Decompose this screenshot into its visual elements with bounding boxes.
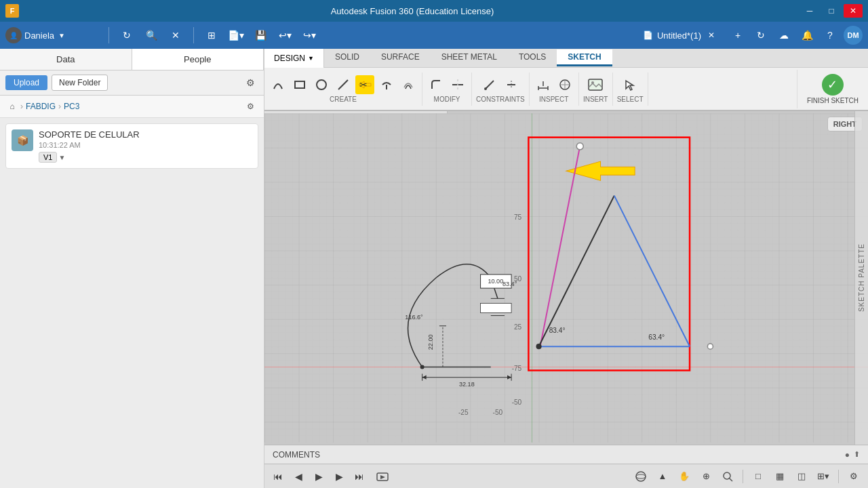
version-badge[interactable]: V1: [39, 152, 57, 163]
more-display-icon[interactable]: ⊞▾: [814, 468, 832, 485]
svg-point-62: [536, 344, 542, 349]
constraints-group: CONSTRAINTS: [472, 73, 530, 106]
display-mode-icon[interactable]: □: [749, 468, 767, 485]
camera-icon[interactable]: [374, 468, 391, 485]
svg-rect-23: [264, 113, 868, 442]
hand-tool-icon[interactable]: ✋: [675, 468, 693, 485]
panel-icon[interactable]: ◫: [793, 468, 810, 485]
inspect-label: INSPECT: [539, 96, 568, 103]
file-icon[interactable]: 📄▾: [226, 26, 245, 45]
constraint2-icon[interactable]: [502, 75, 521, 94]
zoom-icon[interactable]: ⊕: [697, 468, 715, 485]
svg-text:32.18: 32.18: [459, 381, 475, 388]
breadcrumb-sep-2: ›: [58, 102, 61, 111]
close-button[interactable]: ✕: [844, 4, 863, 18]
constraint1-icon[interactable]: [480, 75, 499, 94]
settings-icon[interactable]: ⚙: [845, 468, 863, 485]
undo-button[interactable]: ↩▾: [275, 26, 294, 45]
comments-dot-icon[interactable]: ●: [845, 450, 850, 460]
minimize-button[interactable]: ─: [800, 4, 819, 18]
refresh-button[interactable]: ↻: [117, 26, 136, 45]
svg-point-58: [576, 143, 583, 150]
tab-tools[interactable]: TOOLS: [508, 49, 557, 66]
zoom-fit-icon[interactable]: [719, 468, 736, 485]
redo-button[interactable]: ↪▾: [300, 26, 319, 45]
constraints-label: CONSTRAINTS: [476, 96, 525, 103]
cloud-button[interactable]: ☁: [774, 26, 793, 45]
next-button[interactable]: ▶: [331, 468, 347, 485]
select-tool-icon[interactable]: [620, 75, 639, 94]
finish-sketch-button[interactable]: ✓ FINISH SKETCH: [797, 70, 868, 108]
tab-surface[interactable]: SURFACE: [370, 49, 431, 66]
svg-point-9: [484, 87, 487, 90]
settings-icon[interactable]: ⚙: [242, 75, 258, 91]
file-info: SOPORTE DE CELULAR 10:31:22 AM V1 ▼: [39, 129, 252, 163]
new-folder-button[interactable]: New Folder: [52, 75, 108, 91]
svg-text:63.4°: 63.4°: [648, 333, 665, 341]
extend-tool-icon[interactable]: [377, 75, 396, 94]
svg-point-65: [707, 344, 713, 349]
help-button[interactable]: ?: [821, 26, 840, 45]
circle-inspect-icon[interactable]: [555, 75, 574, 94]
cloud-refresh-button[interactable]: ↻: [751, 26, 770, 45]
right-panel: DESIGN ▼ SOLID SURFACE SHEET METAL TOOLS…: [264, 49, 868, 488]
tab-sheet-metal[interactable]: SHEET METAL: [431, 49, 508, 66]
tab-people[interactable]: People: [132, 49, 264, 70]
user-name: Daniela: [24, 30, 54, 41]
svg-point-68: [636, 472, 646, 481]
app-icon: F: [5, 4, 19, 18]
dimension-icon[interactable]: [534, 75, 553, 94]
pan-icon[interactable]: ▲: [654, 468, 671, 485]
grid-view-button[interactable]: ⊞: [202, 26, 221, 45]
prev-button[interactable]: ◀: [290, 468, 307, 485]
trim-tool-icon[interactable]: ✂: [355, 75, 374, 94]
select-icons: [620, 75, 639, 94]
orbit-icon[interactable]: [632, 468, 650, 485]
insert-image-icon[interactable]: [586, 75, 605, 94]
line-tool-icon[interactable]: [334, 75, 353, 94]
file-item[interactable]: 📦 SOPORTE DE CELULAR 10:31:22 AM V1 ▼: [5, 123, 258, 169]
skip-end-button[interactable]: ⏭: [351, 468, 368, 485]
tab-sketch[interactable]: SKETCH: [557, 49, 612, 66]
offset-tool-icon[interactable]: [399, 75, 418, 94]
play-button[interactable]: ▶: [311, 468, 327, 485]
add-doc-button[interactable]: +: [728, 26, 747, 45]
create-icons: ✂: [269, 75, 418, 94]
close-panel-button[interactable]: ✕: [166, 26, 185, 45]
skip-start-button[interactable]: ⏮: [270, 468, 286, 485]
upload-button[interactable]: Upload: [5, 75, 47, 90]
grid-display-icon[interactable]: ▦: [771, 468, 789, 485]
svg-text:✂: ✂: [359, 79, 368, 90]
modify-trim-icon[interactable]: [448, 75, 467, 94]
comments-expand-icon[interactable]: ⬆: [854, 450, 860, 459]
maximize-button[interactable]: □: [822, 4, 841, 18]
doc-close-button[interactable]: ✕: [705, 29, 717, 41]
breadcrumb-sep-1: ›: [20, 102, 23, 111]
user-avatar: 👤: [5, 27, 22, 43]
rect-tool-icon[interactable]: [290, 75, 309, 94]
svg-point-69: [636, 474, 646, 479]
arc-tool-icon[interactable]: [269, 75, 288, 94]
insert-group: INSERT: [579, 73, 613, 106]
save-button[interactable]: 💾: [251, 26, 270, 45]
tab-data[interactable]: Data: [0, 49, 132, 70]
svg-text:75: 75: [514, 214, 522, 221]
bottom-toolbar: ⏮ ◀ ▶ ▶ ⏭ ▲ ✋ ⊕ □ ▦ ◫ ⊞▾ ⚙: [264, 464, 868, 488]
tab-solid[interactable]: SOLID: [324, 49, 370, 66]
breadcrumb-pc3[interactable]: PC3: [64, 102, 79, 111]
svg-text:10.00: 10.00: [488, 278, 503, 285]
circle-tool-icon[interactable]: [312, 75, 331, 94]
doc-title-area: 📄 Untitled*(1) ✕: [643, 29, 717, 41]
search-button[interactable]: 🔍: [142, 26, 161, 45]
notification-button[interactable]: 🔔: [797, 26, 816, 45]
breadcrumb-fabdig[interactable]: FABDIG: [26, 102, 56, 111]
file-version: V1 ▼: [39, 152, 252, 163]
sketch-palette-label: SKETCH PALETTE: [858, 243, 865, 312]
comments-icons: ● ⬆: [845, 450, 860, 460]
design-dropdown-button[interactable]: DESIGN ▼: [264, 49, 324, 68]
user-area[interactable]: 👤 Daniela ▼: [5, 27, 100, 43]
breadcrumb-settings-icon[interactable]: ⚙: [243, 100, 257, 113]
home-icon[interactable]: ⌂: [7, 101, 18, 112]
svg-text:25: 25: [514, 323, 522, 331]
fillet-tool-icon[interactable]: [427, 75, 446, 94]
